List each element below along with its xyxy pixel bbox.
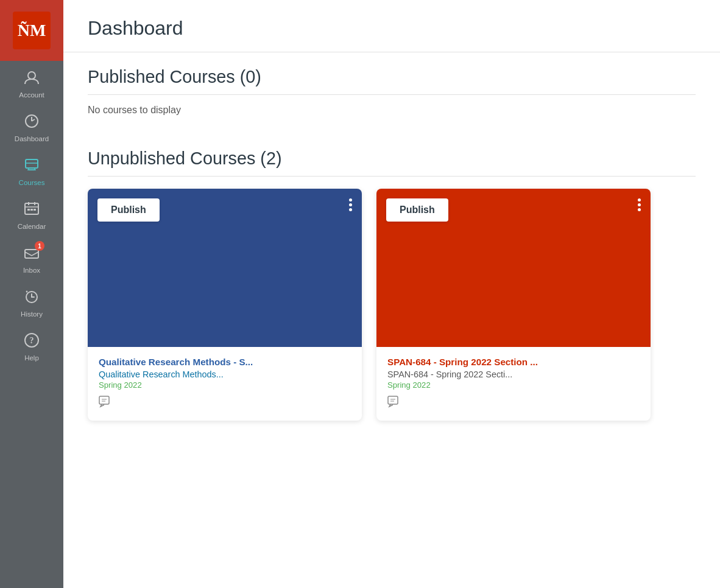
unpublished-courses-section: Unpublished Courses (2) Publish Qualitat… xyxy=(63,134,720,445)
course-card-1-menu[interactable] xyxy=(349,198,352,211)
menu-dot-6 xyxy=(638,208,641,211)
account-icon xyxy=(24,69,40,89)
svg-text:?: ? xyxy=(30,336,34,345)
unpublished-courses-title: Unpublished Courses (2) xyxy=(88,149,696,177)
course-card-1: Publish Qualitative Research Methods - S… xyxy=(88,189,362,421)
main-content: Dashboard Published Courses (0) No cours… xyxy=(63,0,720,588)
published-courses-title: Published Courses (0) xyxy=(88,67,696,95)
sidebar-item-help-label: Help xyxy=(24,354,39,362)
sidebar-item-calendar-label: Calendar xyxy=(18,223,46,230)
course-card-2-chat-icon[interactable] xyxy=(387,396,401,412)
inbox-badge: 1 xyxy=(35,241,44,251)
svg-text:ÑM: ÑM xyxy=(18,21,46,40)
sidebar-logo[interactable]: ÑM xyxy=(0,0,63,61)
no-courses-message: No courses to display xyxy=(88,105,696,116)
calendar-icon xyxy=(24,201,40,220)
sidebar-item-inbox[interactable]: 1 Inbox xyxy=(0,236,63,280)
inbox-icon: 1 xyxy=(24,245,40,264)
course-card-2: Publish SPAN-684 - Spring 2022 Section .… xyxy=(376,189,651,421)
svg-rect-14 xyxy=(34,209,36,211)
svg-rect-19 xyxy=(99,396,109,404)
course-card-2-body: SPAN-684 - Spring 2022 Section ... SPAN-… xyxy=(376,347,651,421)
course-card-2-icons xyxy=(387,396,640,412)
sidebar-item-help[interactable]: ? Help xyxy=(0,324,63,368)
dashboard-icon xyxy=(24,113,40,133)
help-icon: ? xyxy=(24,332,40,352)
sidebar-item-courses[interactable]: Courses xyxy=(0,149,63,192)
published-courses-section: Published Courses (0) No courses to disp… xyxy=(63,52,720,116)
publish-button-2[interactable]: Publish xyxy=(386,198,448,222)
sidebar-item-dashboard-label: Dashboard xyxy=(15,135,49,142)
history-icon xyxy=(24,289,40,308)
svg-rect-22 xyxy=(388,396,398,404)
course-card-1-title[interactable]: Qualitative Research Methods - S... xyxy=(99,357,351,367)
course-card-1-icons xyxy=(99,396,351,412)
menu-dot-2 xyxy=(349,203,352,206)
course-card-1-body: Qualitative Research Methods - S... Qual… xyxy=(88,347,362,421)
menu-dot-5 xyxy=(638,203,641,206)
course-grid: Publish Qualitative Research Methods - S… xyxy=(88,189,696,445)
svg-rect-12 xyxy=(27,209,30,211)
unm-logo-icon: ÑM xyxy=(13,12,51,49)
courses-icon xyxy=(24,157,40,177)
course-card-2-title[interactable]: SPAN-684 - Spring 2022 Section ... xyxy=(387,357,640,367)
sidebar-item-account[interactable]: Account xyxy=(0,61,63,105)
course-card-2-banner: Publish xyxy=(376,189,651,347)
sidebar-item-calendar[interactable]: Calendar xyxy=(0,192,63,236)
svg-rect-15 xyxy=(25,250,38,258)
course-card-1-subtitle: Qualitative Research Methods... xyxy=(99,369,351,379)
menu-dot-4 xyxy=(638,198,641,201)
sidebar-item-history-label: History xyxy=(21,310,43,318)
course-card-1-chat-icon[interactable] xyxy=(99,396,112,412)
course-card-2-menu[interactable] xyxy=(638,198,641,211)
sidebar: ÑM Account Dashboard xyxy=(0,0,63,588)
svg-rect-13 xyxy=(30,209,33,211)
page-title: Dashboard xyxy=(88,17,696,40)
sidebar-item-account-label: Account xyxy=(19,91,44,99)
course-card-2-date: Spring 2022 xyxy=(387,380,640,390)
course-card-2-subtitle: SPAN-684 - Spring 2022 Secti... xyxy=(387,369,640,379)
sidebar-item-history[interactable]: History xyxy=(0,280,63,324)
sidebar-item-dashboard[interactable]: Dashboard xyxy=(0,105,63,149)
menu-dot-1 xyxy=(349,198,352,201)
menu-dot-3 xyxy=(349,208,352,211)
svg-point-2 xyxy=(28,72,35,79)
sidebar-item-inbox-label: Inbox xyxy=(23,267,40,274)
sidebar-item-courses-label: Courses xyxy=(19,179,45,186)
page-header: Dashboard xyxy=(63,0,720,52)
svg-rect-4 xyxy=(26,159,38,168)
course-card-1-banner: Publish xyxy=(88,189,362,347)
course-card-1-date: Spring 2022 xyxy=(99,380,351,390)
publish-button-1[interactable]: Publish xyxy=(97,198,160,222)
